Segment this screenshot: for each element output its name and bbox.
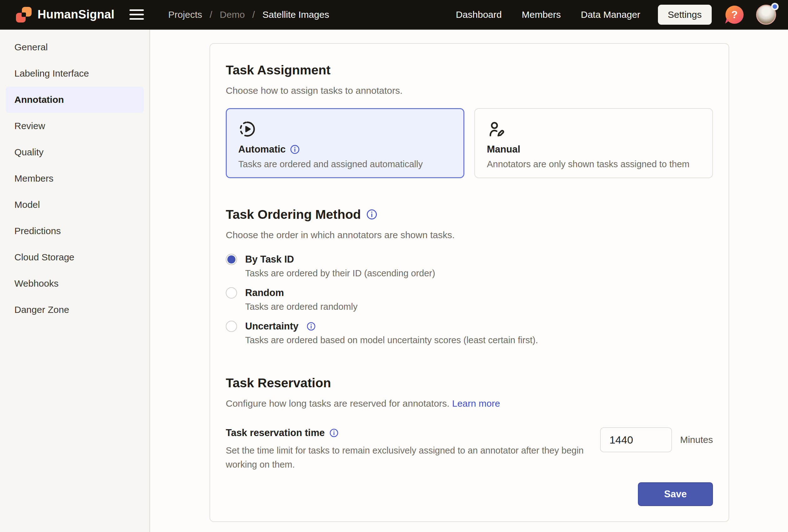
top-nav: Dashboard Members Data Manager bbox=[456, 9, 641, 20]
random-label[interactable]: Random bbox=[245, 287, 284, 299]
help-icon[interactable]: ? bbox=[726, 6, 744, 24]
sidebar-item-model[interactable]: Model bbox=[6, 191, 144, 218]
reservation-time-info-icon[interactable] bbox=[330, 429, 338, 437]
user-avatar[interactable] bbox=[756, 5, 776, 25]
automatic-option-description: Tasks are ordered and assigned automatic… bbox=[238, 159, 452, 169]
user-pen-icon bbox=[487, 120, 701, 138]
humansignal-logo-icon bbox=[16, 6, 32, 23]
task-reservation-description: Configure how long tasks are reserved fo… bbox=[226, 398, 713, 409]
hamburger-menu-icon[interactable] bbox=[130, 9, 144, 20]
uncertainty-radio-row[interactable]: Uncertainty bbox=[226, 321, 713, 332]
sidebar-item-labeling-interface[interactable]: Labeling Interface bbox=[6, 60, 144, 87]
play-circle-icon bbox=[238, 120, 452, 138]
reservation-time-input[interactable] bbox=[600, 427, 672, 452]
sidebar-item-members[interactable]: Members bbox=[6, 165, 144, 191]
sidebar-item-quality[interactable]: Quality bbox=[6, 139, 144, 165]
minutes-unit-label: Minutes bbox=[680, 434, 713, 445]
breadcrumb: Projects / Demo / Satellite Images bbox=[168, 9, 329, 20]
automatic-option-label: Automatic bbox=[238, 144, 286, 155]
breadcrumb-demo[interactable]: Demo bbox=[220, 9, 245, 20]
task-ordering-title: Task Ordering Method bbox=[226, 207, 361, 222]
sidebar-item-general[interactable]: General bbox=[6, 34, 144, 60]
by-task-id-radio[interactable] bbox=[226, 254, 237, 265]
ordering-option-random: Random Tasks are ordered randomly bbox=[226, 287, 713, 312]
ordering-option-uncertainty: Uncertainty Tasks are ordered based on m… bbox=[226, 321, 713, 345]
assignment-option-automatic[interactable]: Automatic Tasks are ordered and assigned… bbox=[226, 108, 465, 178]
uncertainty-radio[interactable] bbox=[226, 321, 237, 332]
breadcrumb-projects[interactable]: Projects bbox=[168, 9, 202, 20]
reservation-description-text: Configure how long tasks are reserved fo… bbox=[226, 398, 449, 409]
task-reservation-title: Task Reservation bbox=[226, 375, 713, 390]
sidebar-item-annotation[interactable]: Annotation bbox=[6, 87, 144, 113]
assignment-option-manual[interactable]: Manual Annotators are only shown tasks a… bbox=[474, 108, 713, 178]
assignment-options: Automatic Tasks are ordered and assigned… bbox=[226, 108, 713, 178]
uncertainty-description: Tasks are ordered based on model uncerta… bbox=[245, 335, 713, 345]
save-button[interactable]: Save bbox=[638, 482, 713, 506]
nav-members[interactable]: Members bbox=[521, 9, 561, 20]
breadcrumb-separator: / bbox=[252, 9, 255, 20]
task-ordering-info-icon[interactable] bbox=[367, 209, 377, 220]
logo-text: HumanSignal bbox=[38, 8, 115, 21]
sidebar-item-webhooks[interactable]: Webhooks bbox=[6, 270, 144, 296]
sidebar-item-predictions[interactable]: Predictions bbox=[6, 218, 144, 244]
reservation-time-label: Task reservation time bbox=[226, 427, 324, 438]
ordering-radio-group: By Task ID Tasks are ordered by their ID… bbox=[226, 254, 713, 345]
random-radio-row[interactable]: Random bbox=[226, 287, 713, 299]
annotation-settings-card: Task Assignment Choose how to assign tas… bbox=[210, 43, 729, 522]
breadcrumb-current-page: Satellite Images bbox=[262, 9, 329, 20]
by-task-id-label[interactable]: By Task ID bbox=[245, 254, 294, 265]
automatic-info-icon[interactable] bbox=[290, 145, 299, 154]
humansignal-logo[interactable]: HumanSignal bbox=[16, 6, 115, 23]
reservation-field-row: Task reservation time Set the time limit… bbox=[226, 427, 713, 472]
task-assignment-title: Task Assignment bbox=[226, 62, 713, 78]
avatar-status-badge bbox=[771, 3, 779, 10]
task-ordering-description: Choose the order in which annotators are… bbox=[226, 229, 713, 241]
manual-option-description: Annotators are only shown tasks assigned… bbox=[487, 159, 701, 169]
reservation-time-description: Set the time limit for tasks to remain e… bbox=[226, 444, 595, 472]
uncertainty-info-icon[interactable] bbox=[307, 322, 316, 331]
random-radio[interactable] bbox=[226, 287, 237, 299]
sidebar-item-danger-zone[interactable]: Danger Zone bbox=[6, 296, 144, 323]
manual-option-label: Manual bbox=[487, 144, 520, 155]
settings-sidebar: General Labeling Interface Annotation Re… bbox=[0, 30, 150, 532]
uncertainty-label[interactable]: Uncertainty bbox=[245, 321, 299, 332]
sidebar-item-review[interactable]: Review bbox=[6, 113, 144, 139]
sidebar-item-cloud-storage[interactable]: Cloud Storage bbox=[6, 244, 144, 270]
by-task-id-radio-row[interactable]: By Task ID bbox=[226, 254, 713, 265]
by-task-id-description: Tasks are ordered by their ID (ascending… bbox=[245, 268, 713, 279]
learn-more-link[interactable]: Learn more bbox=[452, 398, 500, 409]
ordering-option-by-task-id: By Task ID Tasks are ordered by their ID… bbox=[226, 254, 713, 279]
nav-data-manager[interactable]: Data Manager bbox=[581, 9, 640, 20]
breadcrumb-separator: / bbox=[210, 9, 212, 20]
task-assignment-description: Choose how to assign tasks to annotators… bbox=[226, 85, 713, 96]
main-content: Task Assignment Choose how to assign tas… bbox=[150, 30, 788, 532]
settings-button[interactable]: Settings bbox=[658, 5, 712, 25]
top-bar: HumanSignal Projects / Demo / Satellite … bbox=[0, 0, 788, 30]
random-description: Tasks are ordered randomly bbox=[245, 302, 713, 312]
nav-dashboard[interactable]: Dashboard bbox=[456, 9, 502, 20]
